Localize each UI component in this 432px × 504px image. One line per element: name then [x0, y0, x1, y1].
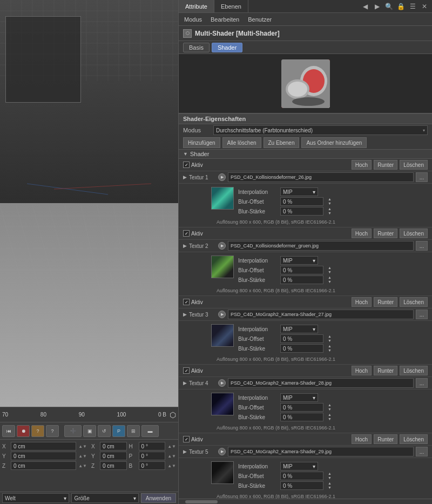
x-value[interactable]: 0 cm [11, 442, 76, 451]
transport-btn-record[interactable]: ⏺ [17, 425, 30, 437]
loeschen-2-btn[interactable]: Löschen [400, 229, 428, 238]
aktiv-3-checkbox[interactable] [183, 299, 190, 305]
textur-1-file[interactable]: PSD_C4D_Kollisionsdeformer_26.jpg [228, 172, 414, 182]
textur-1-dots[interactable]: ... [416, 172, 428, 182]
horizontal-scrollbar[interactable] [179, 499, 432, 504]
y-value[interactable]: 0 cm [11, 452, 76, 460]
textur-2-blur-staerke-stepper[interactable]: ▲▼ [328, 275, 332, 284]
transport-btn-orange[interactable]: ? [31, 425, 44, 437]
transport-btn-1[interactable]: ⏮ [2, 425, 15, 437]
textur-5-bullet[interactable]: ▶ [218, 448, 226, 455]
transport-btn-add[interactable]: ➕ [64, 425, 82, 437]
runter-btn[interactable]: Runter [374, 160, 397, 170]
textur-3-file[interactable]: PSD_C4D_MoGraph2_Kamera-Shader_27.jpg [228, 310, 414, 319]
z2-value[interactable]: 0 cm [100, 461, 127, 470]
textur-2-bullet[interactable]: ▶ [218, 242, 226, 250]
aktiv-5-checkbox[interactable] [183, 436, 190, 442]
textur-1-blur-staerke-stepper[interactable]: ▲▼ [328, 207, 332, 216]
textur-3-dots[interactable]: ... [416, 310, 428, 319]
viewport-3d-canvas[interactable] [0, 0, 178, 407]
textur-2-blur-offset-stepper[interactable]: ▲▼ [328, 266, 332, 274]
hoch-btn[interactable]: Hoch [352, 160, 372, 170]
hoch-5-btn[interactable]: Hoch [352, 434, 372, 444]
textur-2-dots[interactable]: ... [416, 241, 428, 251]
z-stepper[interactable]: ▲▼ [78, 463, 87, 468]
y2-value[interactable]: 0 cm [100, 452, 127, 460]
search-icon[interactable]: 🔍 [383, 1, 394, 12]
toolbar-modus[interactable]: Modus [182, 16, 204, 23]
textur-1-interp[interactable]: MIP ▾ [280, 187, 318, 196]
btn-aus-ordner[interactable]: Aus Ordner hinzufügen [301, 137, 367, 148]
runter-4-btn[interactable]: Runter [374, 366, 397, 375]
textur-3-blur-offset-stepper[interactable]: ▲▼ [328, 334, 332, 343]
sub-tab-shader[interactable]: Shader [212, 43, 242, 52]
textur-1-blur-offset-stepper[interactable]: ▲▼ [328, 197, 332, 206]
transport-btn-wide[interactable]: ▬ [141, 425, 159, 437]
textur-4-interp[interactable]: MIP ▾ [280, 393, 318, 402]
textur-2-interp[interactable]: MIP ▾ [280, 256, 318, 265]
z-value[interactable]: 0 cm [11, 461, 76, 470]
textur-5-blur-staerke[interactable]: 0 % [280, 481, 323, 490]
menu-icon[interactable]: ☰ [407, 1, 418, 12]
textur-5-blur-offset-stepper[interactable]: ▲▼ [328, 472, 332, 480]
h-stepper[interactable]: ▲▼ [167, 444, 176, 449]
textur-3-interp[interactable]: MIP ▾ [280, 325, 318, 333]
btn-zu-ebenen[interactable]: Zu Ebenen [264, 137, 300, 148]
aktiv-4-checkbox[interactable] [183, 367, 190, 374]
aktiv-checkbox[interactable] [183, 162, 190, 168]
y-stepper[interactable]: ▲▼ [78, 454, 87, 459]
hoch-3-btn[interactable]: Hoch [352, 297, 372, 307]
textur-4-file[interactable]: PSD_C4D_MoGraph2_Kamera-Shader_28.jpg [228, 378, 414, 388]
textur-4-blur-offset-stepper[interactable]: ▲▼ [328, 403, 332, 412]
b-value[interactable]: 0 ° [139, 461, 166, 470]
textur-1-blur-staerke[interactable]: 0 % [280, 207, 323, 216]
textur-2-blur-staerke[interactable]: 0 % [280, 275, 323, 284]
arrow-left-icon[interactable]: ◀ [360, 1, 370, 12]
btn-alle-loeschen[interactable]: Alle löschen [222, 137, 261, 148]
textur-4-bullet[interactable]: ▶ [218, 379, 226, 387]
textur-5-file[interactable]: PSD_C4D_MoGraph2_Kamera-Shader_29.jpg [228, 447, 414, 456]
textur-3-blur-staerke-stepper[interactable]: ▲▼ [328, 344, 332, 353]
sub-tab-basis[interactable]: Basis [183, 43, 210, 52]
textur-4-blur-offset[interactable]: 0 % [280, 403, 323, 412]
textur-3-bullet[interactable]: ▶ [218, 311, 226, 318]
textur-5-interp[interactable]: MIP ▾ [280, 462, 318, 471]
hoch-4-btn[interactable]: Hoch [352, 366, 372, 375]
textur-2-file[interactable]: PSD_C4D_Kollisionsdeformer_gruen.jpg [228, 241, 414, 251]
loeschen-3-btn[interactable]: Löschen [400, 297, 428, 307]
runter-2-btn[interactable]: Runter [374, 229, 397, 238]
textur-2-expand[interactable]: ▶ [183, 243, 187, 248]
textur-5-expand[interactable]: ▶ [183, 449, 187, 454]
transport-btn-help[interactable]: ? [46, 425, 59, 437]
textur-3-blur-offset[interactable]: 0 % [280, 334, 323, 343]
p-stepper[interactable]: ▲▼ [167, 454, 176, 459]
transport-btn-refresh[interactable]: ↺ [98, 425, 111, 437]
btn-hinzufuegen[interactable]: Hinzufügen [183, 137, 220, 148]
textur-3-blur-staerke[interactable]: 0 % [280, 344, 323, 353]
runter-5-btn[interactable]: Runter [374, 434, 397, 444]
arrow-right-icon[interactable]: ▶ [372, 1, 382, 12]
p-value[interactable]: 0 ° [139, 452, 166, 460]
textur-4-expand[interactable]: ▶ [183, 380, 187, 386]
textur-1-blur-offset[interactable]: 0 % [280, 197, 323, 206]
textur-5-dots[interactable]: ... [416, 447, 428, 456]
textur-2-blur-offset[interactable]: 0 % [280, 266, 323, 274]
anwenden-button[interactable]: Anwenden [141, 493, 176, 503]
shader-collapse-arrow[interactable]: ▼ [183, 151, 188, 157]
transport-btn-grid[interactable]: ⊞ [127, 425, 140, 437]
loeschen-4-btn[interactable]: Löschen [400, 366, 428, 375]
textur-4-blur-staerke-stepper[interactable]: ▲▼ [328, 413, 332, 421]
textur-5-blur-staerke-stepper[interactable]: ▲▼ [328, 481, 332, 490]
textur-3-expand[interactable]: ▶ [183, 312, 187, 317]
loeschen-btn[interactable]: Löschen [400, 160, 428, 170]
toolbar-benutzer[interactable]: Benutzer [246, 16, 274, 23]
close-icon[interactable]: ✕ [419, 1, 430, 12]
groesse-dropdown[interactable]: Größe ▾ [71, 493, 138, 503]
toolbar-bearbeiten[interactable]: Bearbeiten [208, 16, 241, 23]
x-stepper[interactable]: ▲▼ [78, 444, 87, 449]
loeschen-5-btn[interactable]: Löschen [400, 434, 428, 444]
welt-dropdown[interactable]: Welt ▾ [2, 493, 69, 503]
attr-scroll-area[interactable]: Shader-Eigenschaften Modus Durchschnitts… [179, 113, 432, 499]
tab-attribute[interactable]: Attribute [179, 0, 214, 12]
lock-icon[interactable]: 🔒 [395, 1, 406, 12]
